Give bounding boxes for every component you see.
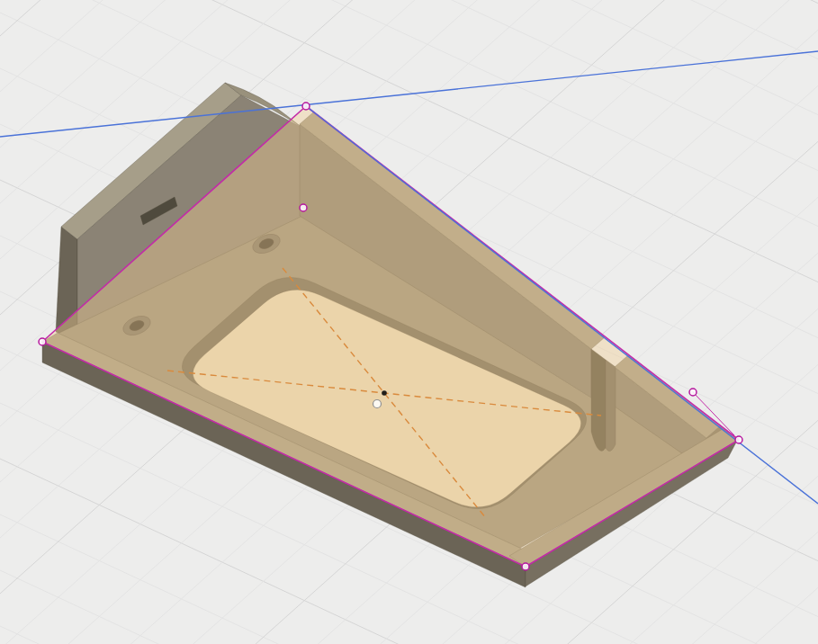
grid-line [0,0,818,115]
sketch-point[interactable] [300,204,307,211]
sketch-layer [0,51,818,570]
grid-line [0,0,818,171]
grid-line [0,514,818,644]
scene-canvas[interactable] [0,0,818,644]
sketch-point[interactable] [735,436,742,443]
sketch-center-point[interactable] [382,390,387,396]
sketch-point[interactable] [689,389,697,396]
cad-3d-viewport[interactable] [0,0,818,644]
sketch-point[interactable] [39,338,46,345]
sketch-origin-point[interactable] [373,400,382,408]
grid-line [0,570,818,644]
sketch-point[interactable] [522,563,529,570]
grid-line [0,0,818,59]
sketch-point[interactable] [302,103,310,110]
